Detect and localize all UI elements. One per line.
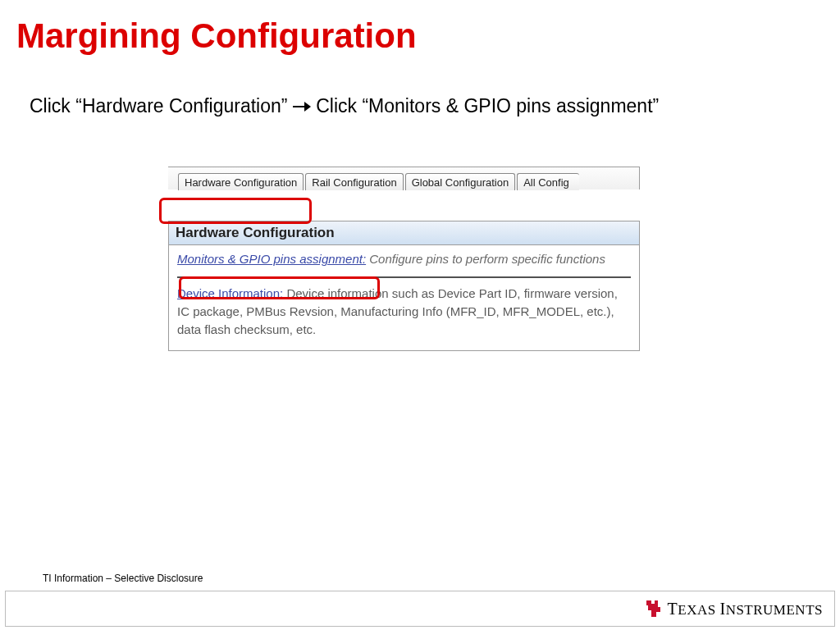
highlight-box-link (179, 276, 380, 299)
tab-hardware-configuration[interactable]: Hardware Configuration (178, 173, 304, 190)
arrow-right-icon (293, 95, 311, 117)
panel-title: Hardware Configuration (169, 221, 639, 245)
tab-global-configuration[interactable]: Global Configuration (405, 173, 516, 190)
confidentiality-label: TI Information – Selective Disclosure (43, 573, 835, 584)
texas-instruments-logo: TEXAS INSTRUMENTS (645, 599, 823, 619)
svg-marker-1 (304, 102, 311, 112)
ti-wordmark: TEXAS INSTRUMENTS (668, 600, 823, 619)
tab-all-config[interactable]: All Config (517, 173, 579, 190)
tab-rail-configuration[interactable]: Rail Configuration (305, 173, 403, 190)
tab-bar: Hardware Configuration Rail Configuratio… (168, 167, 640, 189)
instruction-part2: Click “Monitors & GPIO pins assignment” (316, 95, 659, 116)
slide-title: Margining Configuration (16, 16, 824, 56)
highlight-box-tab (159, 198, 312, 224)
ti-mark-icon (645, 599, 663, 619)
instruction-part1: Click “Hardware Configuration” (30, 95, 293, 116)
footer-bar: TEXAS INSTRUMENTS (5, 591, 835, 627)
instruction-text: Click “Hardware Configuration” Click “Mo… (30, 95, 824, 117)
monitors-gpio-link[interactable]: Monitors & GPIO pins assignment: (177, 252, 366, 266)
slide-footer: TI Information – Selective Disclosure TE… (5, 573, 835, 627)
monitors-gpio-desc: Configure pins to perform specific funct… (366, 252, 605, 266)
embedded-screenshot: Hardware Configuration Rail Configuratio… (168, 167, 640, 351)
